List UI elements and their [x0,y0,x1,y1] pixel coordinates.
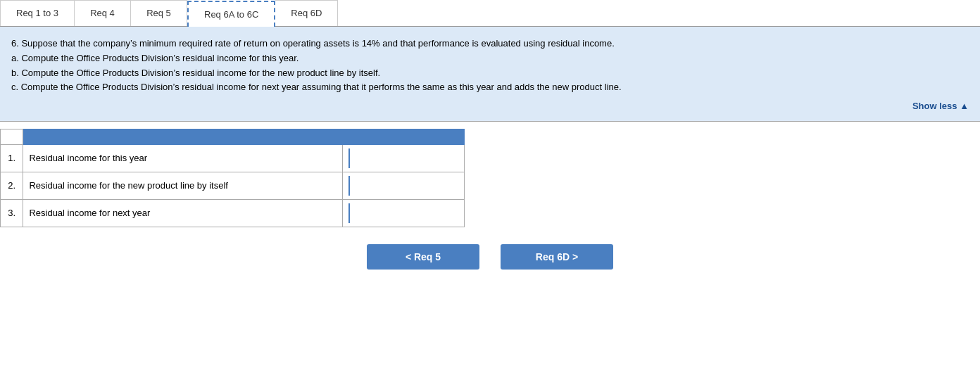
data-table: 1. Residual income for this year 2. Resi… [0,129,465,227]
table-row: 2. Residual income for the new product l… [1,172,465,199]
col-label-header [23,129,343,144]
row1-input[interactable] [348,148,458,168]
question-line1: 6. Suppose that the company’s minimum re… [11,37,969,51]
tab-req6ato6c[interactable]: Req 6A to 6C [187,1,275,27]
question-line2: a. Compute the Office Products Division’… [11,51,969,66]
row2-label: Residual income for the new product line… [23,172,343,199]
col-value-header [343,129,465,144]
tab-req4[interactable]: Req 4 [75,0,131,26]
row3-input[interactable] [348,203,458,223]
row1-input-cell [343,144,465,172]
row2-num: 2. [1,172,23,199]
row1-label: Residual income for this year [23,144,343,172]
nav-buttons: < Req 5 Req 6D > [0,244,980,284]
question-area: 6. Suppose that the company’s minimum re… [0,27,980,122]
table-header-row [1,129,465,144]
tab-bar: Req 1 to 3 Req 4 Req 5 Req 6A to 6C Req … [0,0,980,27]
next-button[interactable]: Req 6D > [501,244,613,270]
tab-req1to3[interactable]: Req 1 to 3 [0,0,75,26]
question-line3: b. Compute the Office Products Division’… [11,66,969,81]
row1-num: 1. [1,144,23,172]
table-area: 1. Residual income for this year 2. Resi… [0,122,465,227]
tab-req5[interactable]: Req 5 [131,0,187,26]
row2-input-cell [343,172,465,199]
table-row: 3. Residual income for next year [1,199,465,227]
show-less-button[interactable]: Show less ▲ [11,99,969,114]
question-line4: c. Compute the Office Products Division’… [11,80,969,95]
row3-num: 3. [1,199,23,227]
row2-input[interactable] [348,176,458,196]
row3-input-cell [343,199,465,227]
table-row: 1. Residual income for this year [1,144,465,172]
col-num-header [1,129,23,144]
prev-button[interactable]: < Req 5 [367,244,479,270]
tab-req6d[interactable]: Req 6D [275,0,338,26]
row3-label: Residual income for next year [23,199,343,227]
